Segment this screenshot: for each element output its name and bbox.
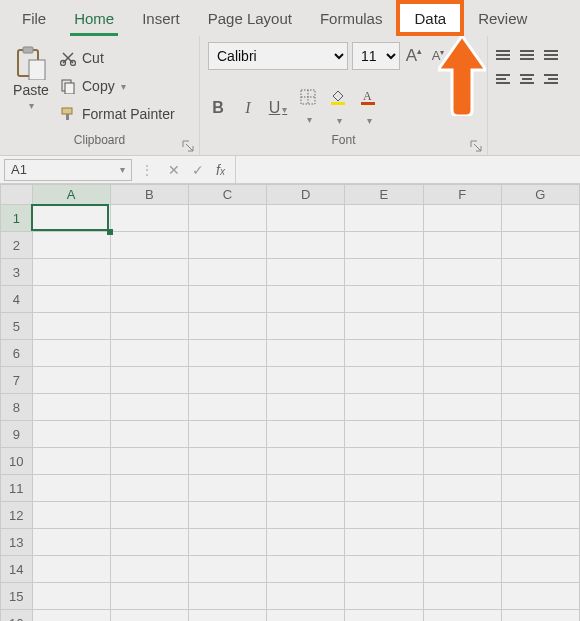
cell[interactable] [188,232,266,259]
cell[interactable] [423,205,501,232]
cell[interactable] [188,448,266,475]
cell[interactable] [110,232,188,259]
cell[interactable] [267,556,345,583]
increase-font-button[interactable]: A▴ [404,46,424,66]
row-header[interactable]: 11 [1,475,33,502]
cell[interactable] [267,421,345,448]
cell[interactable] [345,394,423,421]
cell[interactable] [501,502,579,529]
name-box[interactable]: A1 ▾ [4,159,132,181]
cell[interactable] [423,610,501,622]
cell[interactable] [110,205,188,232]
cell[interactable] [267,367,345,394]
dialog-launcher-icon[interactable] [181,139,195,153]
cell[interactable] [345,259,423,286]
tab-formulas[interactable]: Formulas [306,0,397,36]
cell[interactable] [188,313,266,340]
cell[interactable] [32,367,110,394]
cell[interactable] [267,529,345,556]
row-header[interactable]: 9 [1,421,33,448]
row-header[interactable]: 7 [1,367,33,394]
cell[interactable] [345,421,423,448]
cell[interactable] [32,448,110,475]
row-header[interactable]: 4 [1,286,33,313]
cell[interactable] [345,583,423,610]
column-header[interactable]: C [188,185,266,205]
cell[interactable] [267,286,345,313]
accept-formula-button[interactable]: ✓ [192,162,204,178]
row-header[interactable]: 6 [1,340,33,367]
cell[interactable] [188,367,266,394]
cell[interactable] [423,340,501,367]
cell[interactable] [110,394,188,421]
italic-button[interactable]: I [238,99,258,117]
cell[interactable] [345,205,423,232]
cell[interactable] [267,583,345,610]
cancel-formula-button[interactable]: ✕ [168,162,180,178]
cell[interactable] [345,556,423,583]
cell[interactable] [423,421,501,448]
column-header[interactable]: E [345,185,423,205]
cell[interactable] [501,313,579,340]
fill-color-button[interactable] [328,88,348,128]
cell[interactable] [32,421,110,448]
cell[interactable] [110,421,188,448]
row-header[interactable]: 5 [1,313,33,340]
cell[interactable] [110,286,188,313]
cell[interactable] [110,610,188,622]
cell[interactable] [501,448,579,475]
tab-insert[interactable]: Insert [128,0,194,36]
column-header[interactable]: B [110,185,188,205]
cell[interactable] [32,394,110,421]
align-middle-button[interactable] [520,48,534,62]
cell[interactable] [345,286,423,313]
cell[interactable] [188,421,266,448]
cell[interactable] [423,286,501,313]
paste-button[interactable]: Paste ▾ [8,42,54,133]
column-header[interactable]: D [267,185,345,205]
fx-button[interactable]: fx [216,162,225,178]
cell[interactable] [267,205,345,232]
cell[interactable] [32,313,110,340]
cell[interactable] [501,394,579,421]
format-painter-button[interactable]: Format Painter [60,102,175,126]
underline-button[interactable]: U [268,99,288,117]
cut-button[interactable]: Cut [60,46,175,70]
font-size-select[interactable]: 11 [352,42,400,70]
cell[interactable] [32,529,110,556]
cell[interactable] [501,529,579,556]
cell[interactable] [423,583,501,610]
cell[interactable] [110,313,188,340]
tab-page-layout[interactable]: Page Layout [194,0,306,36]
cell[interactable] [267,394,345,421]
cell[interactable] [501,583,579,610]
cell[interactable] [188,340,266,367]
decrease-font-button[interactable]: A▾ [428,48,448,63]
cell[interactable] [267,232,345,259]
cell[interactable] [501,421,579,448]
cell[interactable] [345,448,423,475]
cell[interactable] [345,313,423,340]
dialog-launcher-icon[interactable] [469,139,483,153]
cell[interactable] [267,313,345,340]
formula-input[interactable] [235,156,580,183]
cell[interactable] [345,610,423,622]
cell[interactable] [32,583,110,610]
row-header[interactable]: 15 [1,583,33,610]
cell[interactable] [32,259,110,286]
cell[interactable] [188,529,266,556]
cell[interactable] [423,259,501,286]
align-bottom-button[interactable] [544,48,558,62]
cell[interactable] [110,340,188,367]
row-header[interactable]: 16 [1,610,33,622]
borders-button[interactable] [298,89,318,127]
row-header[interactable]: 10 [1,448,33,475]
cell[interactable] [188,556,266,583]
font-name-select[interactable]: Calibri [208,42,348,70]
cell[interactable] [32,502,110,529]
align-top-button[interactable] [496,48,510,62]
cell[interactable] [110,556,188,583]
cell[interactable] [110,475,188,502]
cell[interactable] [345,340,423,367]
font-color-button[interactable]: A [358,88,378,128]
